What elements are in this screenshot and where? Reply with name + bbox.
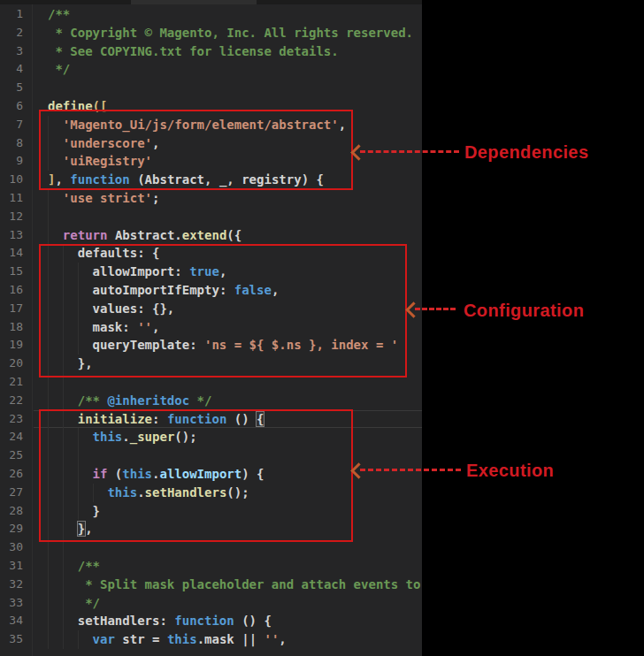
code-token: function bbox=[174, 614, 234, 628]
code-token: */ bbox=[48, 62, 70, 76]
line-number: 2 bbox=[0, 24, 23, 42]
code-token bbox=[48, 191, 63, 205]
annotated-screenshot: 1/**2 * Copyright © Magento, Inc. All ri… bbox=[0, 0, 644, 656]
indent-guide bbox=[48, 630, 49, 649]
indent-guide bbox=[63, 630, 64, 649]
line-number: 16 bbox=[0, 281, 23, 300]
code-line[interactable]: 2 * Copyright © Magento, Inc. All rights… bbox=[0, 24, 422, 42]
line-number: 3 bbox=[0, 42, 23, 61]
code-line[interactable]: 33 */ bbox=[0, 594, 422, 613]
code-token: '' bbox=[264, 632, 280, 646]
indent-guide bbox=[48, 594, 49, 613]
code-token: || bbox=[234, 632, 264, 646]
line-number: 17 bbox=[0, 300, 23, 318]
indent-guide bbox=[48, 208, 49, 226]
code-token: /** bbox=[78, 393, 108, 408]
line-number: 4 bbox=[0, 60, 23, 79]
code-line[interactable]: 22 /** @inheritdoc */ bbox=[0, 392, 422, 410]
annotation-box-dependencies bbox=[39, 110, 353, 190]
annotation-label-dependencies: Dependencies bbox=[464, 141, 588, 163]
indent-guide bbox=[48, 226, 49, 245]
code-line[interactable]: 32 * Split mask placeholder and attach e… bbox=[0, 576, 422, 594]
code-token: extend bbox=[182, 228, 227, 242]
line-number: 24 bbox=[0, 428, 23, 446]
line-number: 31 bbox=[0, 557, 23, 576]
line-number: 26 bbox=[0, 465, 23, 484]
line-number: 9 bbox=[0, 152, 23, 171]
code-line[interactable]: 4 */ bbox=[0, 60, 422, 79]
code-line[interactable]: 13 return Abstract.extend({ bbox=[0, 226, 422, 245]
indent-guide bbox=[48, 189, 49, 208]
line-number: 10 bbox=[0, 171, 23, 189]
line-number: 20 bbox=[0, 355, 23, 373]
code-token bbox=[48, 577, 85, 591]
code-token: mask bbox=[204, 632, 234, 646]
code-line[interactable]: 35 var str = this.mask || '', bbox=[0, 630, 422, 649]
code-token: this bbox=[167, 632, 197, 646]
code-token: ; bbox=[152, 191, 159, 205]
line-number: 25 bbox=[0, 446, 23, 465]
code-token: ({ bbox=[226, 228, 242, 242]
code-token bbox=[48, 228, 63, 242]
code-token: : bbox=[159, 614, 174, 628]
code-token: */ bbox=[189, 393, 211, 408]
indent-guide bbox=[63, 557, 64, 576]
code-token bbox=[107, 228, 114, 242]
code-token: Abstract bbox=[115, 228, 174, 242]
dashed-arrow-execution bbox=[360, 469, 461, 471]
indent-guide bbox=[48, 612, 49, 630]
line-number: 21 bbox=[0, 373, 23, 392]
line-number: 7 bbox=[0, 116, 23, 134]
code-token bbox=[48, 596, 85, 610]
line-number: 27 bbox=[0, 484, 23, 502]
code-token: * Split mask placeholder and attach even… bbox=[85, 577, 420, 591]
line-number: 12 bbox=[0, 208, 23, 226]
code-token: return bbox=[63, 228, 108, 242]
line-number: 35 bbox=[0, 630, 23, 649]
indent-guide bbox=[63, 392, 64, 410]
indent-guide bbox=[63, 612, 64, 630]
line-number: 30 bbox=[0, 538, 23, 557]
code-token: = bbox=[145, 632, 167, 646]
code-token: . bbox=[174, 228, 181, 242]
indent-guide bbox=[63, 594, 64, 613]
code-token: str bbox=[122, 632, 144, 646]
code-token: @inheritdoc bbox=[107, 393, 189, 408]
line-number: 8 bbox=[0, 134, 23, 153]
annotation-label-configuration: Configuration bbox=[464, 300, 584, 321]
line-number: 13 bbox=[0, 226, 23, 245]
code-token: , bbox=[279, 632, 286, 646]
code-line[interactable]: 11 'use strict'; bbox=[0, 189, 422, 208]
code-token: * Copyright © Magento, Inc. All rights r… bbox=[48, 26, 413, 40]
code-line[interactable]: 1/** bbox=[0, 5, 422, 24]
line-number: 15 bbox=[0, 263, 23, 281]
code-token: () { bbox=[234, 614, 272, 628]
code-token: var bbox=[93, 632, 115, 646]
code-token: * See COPYING.txt for license details. bbox=[48, 44, 339, 58]
line-number: 1 bbox=[0, 5, 23, 24]
code-line[interactable]: 34 setHandlers: function () { bbox=[0, 612, 422, 630]
code-line[interactable]: 5 bbox=[0, 79, 422, 97]
indent-guide bbox=[78, 630, 79, 649]
code-line[interactable]: 31 /** bbox=[0, 557, 422, 576]
line-number: 22 bbox=[0, 392, 23, 410]
line-number: 14 bbox=[0, 244, 23, 263]
line-number: 5 bbox=[0, 79, 23, 97]
annotation-box-configuration bbox=[39, 244, 407, 378]
code-line[interactable]: 12 bbox=[0, 208, 422, 226]
code-token: */ bbox=[85, 596, 100, 610]
code-token: /** bbox=[78, 559, 100, 573]
code-line[interactable]: 3 * See COPYING.txt for license details. bbox=[0, 42, 422, 61]
line-number: 6 bbox=[0, 97, 23, 116]
line-number: 28 bbox=[0, 502, 23, 521]
tab-indicator bbox=[131, 0, 257, 4]
dashed-arrow-dependencies bbox=[360, 150, 459, 153]
line-number: 11 bbox=[0, 189, 23, 208]
code-token bbox=[48, 632, 93, 646]
code-token: 'use strict' bbox=[63, 191, 152, 205]
code-token: /** bbox=[48, 7, 70, 21]
indent-guide bbox=[48, 392, 49, 410]
annotation-box-execution bbox=[39, 409, 353, 542]
indent-guide bbox=[48, 576, 49, 594]
line-number: 18 bbox=[0, 318, 23, 337]
